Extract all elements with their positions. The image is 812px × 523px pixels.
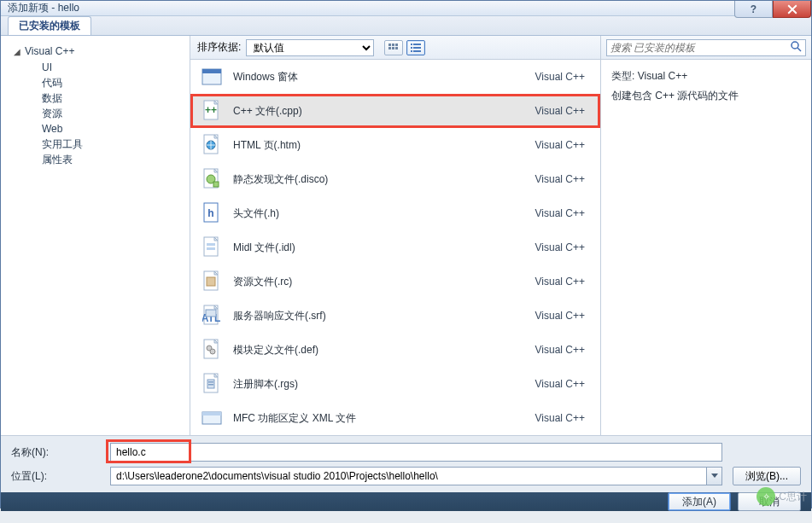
search-input[interactable] <box>610 42 790 54</box>
help-button[interactable]: ? <box>734 1 773 18</box>
template-item[interactable]: ATL 服务器响应文件(.srf) Visual C++ <box>190 299 600 333</box>
svg-rect-4 <box>392 47 394 49</box>
template-item[interactable]: 注册脚本(.rgs) Visual C++ <box>190 367 600 401</box>
close-button[interactable] <box>773 1 811 18</box>
description-area: 类型: Visual C++ 创建包含 C++ 源代码的文件 <box>601 60 811 113</box>
svg-rect-36 <box>208 381 213 383</box>
template-item[interactable]: 资源文件(.rc) Visual C++ <box>190 264 600 299</box>
tree-item[interactable]: 代码 <box>1 75 190 90</box>
tree-item[interactable]: 资源 <box>1 106 190 121</box>
tree-item[interactable]: 属性表 <box>1 152 190 167</box>
tree-root[interactable]: ◢ Visual C++ <box>1 43 190 60</box>
svg-rect-2 <box>395 44 398 46</box>
list-icon <box>411 44 421 52</box>
template-item[interactable]: MFC 功能区定义 XML 文件 Visual C++ <box>190 401 600 435</box>
template-item-lang: Visual C++ <box>535 310 590 322</box>
tree-item[interactable]: 数据 <box>1 90 190 106</box>
tab-installed-templates[interactable]: 已安装的模板 <box>8 16 91 35</box>
template-item-lang: Visual C++ <box>535 105 590 117</box>
file-type-icon: h <box>201 202 223 224</box>
name-input[interactable] <box>110 443 722 462</box>
template-item-lang: Visual C++ <box>535 276 590 288</box>
template-item[interactable]: Windows 窗体 Visual C++ <box>190 60 600 94</box>
template-item-label: HTML 页(.htm) <box>233 138 525 153</box>
template-item-label: 静态发现文件(.disco) <box>233 172 525 187</box>
dialog-window: 添加新项 - hello ? 已安装的模板 ◢ Visual C++ UI代码数… <box>0 0 812 508</box>
template-item[interactable]: ++ C++ 文件(.cpp) Visual C++ <box>190 94 600 128</box>
template-item[interactable]: 模块定义文件(.def) Visual C++ <box>190 333 600 367</box>
file-type-icon <box>201 373 223 395</box>
tree-item[interactable]: Web <box>1 121 190 137</box>
location-dropdown-button[interactable] <box>707 467 722 485</box>
add-button[interactable]: 添加(A) <box>668 492 731 511</box>
svg-rect-10 <box>411 50 412 52</box>
browse-button[interactable]: 浏览(B)... <box>733 467 801 485</box>
file-type-icon <box>201 66 223 88</box>
svg-rect-9 <box>413 47 421 49</box>
file-type-icon <box>201 168 223 190</box>
template-item[interactable]: HTML 页(.htm) Visual C++ <box>190 128 600 162</box>
tree-root-label: Visual C++ <box>25 45 74 57</box>
svg-rect-6 <box>411 44 412 45</box>
svg-text:h: h <box>207 207 213 219</box>
bottom-fields: 名称(N): 位置(L): 浏览(B)... <box>1 435 811 492</box>
chevron-down-icon <box>711 474 718 479</box>
window-title: 添加新项 - hello <box>8 1 79 15</box>
tree-item[interactable]: 实用工具 <box>1 137 190 152</box>
svg-rect-25 <box>207 247 215 250</box>
template-item-lang: Visual C++ <box>535 173 590 185</box>
close-icon <box>787 4 797 15</box>
template-item-label: MFC 功能区定义 XML 文件 <box>233 411 525 426</box>
template-item-lang: Visual C++ <box>535 139 590 151</box>
svg-rect-27 <box>207 277 215 286</box>
sort-row: 排序依据: 默认值 <box>190 36 600 60</box>
template-item-lang: Visual C++ <box>535 378 590 390</box>
titlebar[interactable]: 添加新项 - hello ? <box>1 1 811 16</box>
category-tree: ◢ Visual C++ UI代码数据资源Web实用工具属性表 <box>1 36 190 435</box>
type-line: 类型: Visual C++ <box>611 68 801 84</box>
view-medium-icons-button[interactable] <box>384 40 403 55</box>
location-label: 位置(L): <box>11 469 100 484</box>
template-item-lang: Visual C++ <box>535 241 590 253</box>
svg-rect-11 <box>413 50 421 52</box>
view-small-icons-button[interactable] <box>406 40 425 55</box>
template-item-label: 资源文件(.rc) <box>233 275 525 289</box>
svg-rect-0 <box>388 44 391 46</box>
template-item-label: 模块定义文件(.def) <box>233 343 525 357</box>
svg-rect-7 <box>413 44 421 45</box>
svg-rect-3 <box>388 47 391 49</box>
sort-label: 排序依据: <box>197 40 241 55</box>
svg-line-41 <box>797 48 801 51</box>
svg-rect-13 <box>202 69 221 73</box>
template-item[interactable]: Midl 文件(.idl) Visual C++ <box>190 230 600 264</box>
tree-item[interactable]: UI <box>1 60 190 75</box>
svg-rect-8 <box>411 47 412 49</box>
template-list[interactable]: Windows 窗体 Visual C++ ++ C++ 文件(.cpp) Vi… <box>190 60 600 435</box>
file-type-icon: ATL <box>201 305 223 327</box>
sort-select[interactable]: 默认值 <box>246 39 374 56</box>
svg-rect-24 <box>207 243 215 246</box>
name-field-wrap <box>110 443 722 462</box>
type-value: Visual C++ <box>638 70 687 82</box>
name-label: 名称(N): <box>11 445 100 460</box>
cancel-button[interactable]: 取消 <box>738 492 801 511</box>
location-input[interactable] <box>110 467 707 485</box>
search-row <box>601 36 811 60</box>
svg-rect-39 <box>202 412 221 415</box>
file-type-icon <box>201 339 223 361</box>
search-icon[interactable] <box>790 40 802 55</box>
template-item-label: 服务器响应文件(.srf) <box>233 309 525 323</box>
template-item[interactable]: h 头文件(.h) Visual C++ <box>190 196 600 230</box>
svg-point-40 <box>792 42 798 49</box>
svg-point-33 <box>210 349 215 354</box>
file-type-icon: ++ <box>201 100 223 122</box>
template-item[interactable]: 静态发现文件(.disco) Visual C++ <box>190 162 600 196</box>
question-icon: ? <box>751 3 757 15</box>
tabs-row: 已安装的模板 <box>1 16 811 36</box>
svg-rect-20 <box>213 182 219 187</box>
template-item-label: Windows 窗体 <box>233 70 525 84</box>
svg-rect-30 <box>206 310 216 317</box>
file-type-icon <box>201 407 223 429</box>
search-box[interactable] <box>606 39 806 56</box>
svg-text:++: ++ <box>205 104 217 116</box>
